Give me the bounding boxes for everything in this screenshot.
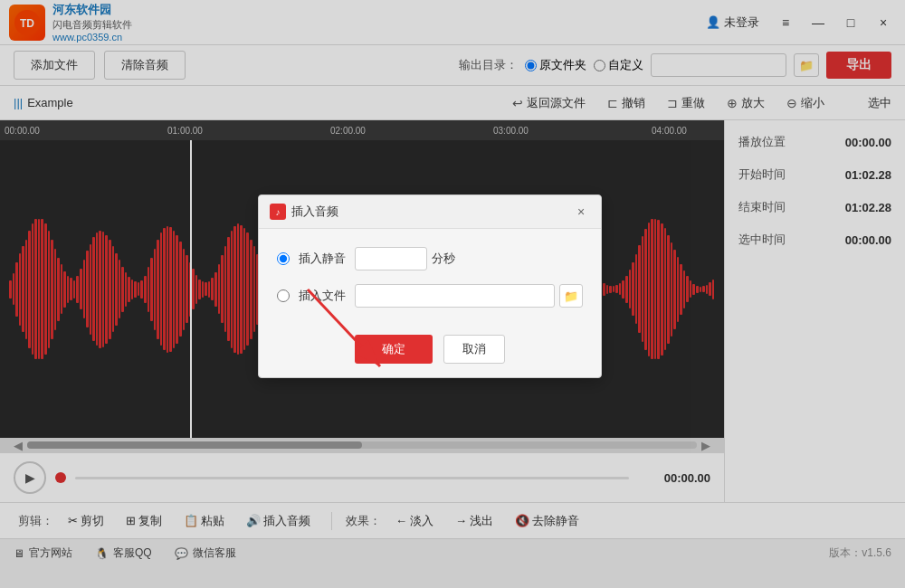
dialog-music-icon: ♪	[276, 207, 281, 217]
insert-file-row: 插入文件 📁	[277, 284, 583, 308]
dialog-body: 插入静音 分秒 插入文件 📁	[259, 229, 601, 335]
dialog-icon: ♪	[270, 204, 286, 220]
modal-overlay: ♪ 插入音频 × 插入静音 分秒 插入文件	[0, 0, 905, 588]
dialog-close-button[interactable]: ×	[572, 203, 590, 221]
file-input-group: 📁	[355, 284, 583, 308]
file-browse-button[interactable]: 📁	[559, 284, 583, 308]
file-path-input[interactable]	[355, 284, 555, 308]
insert-silence-radio[interactable]	[277, 252, 290, 265]
dialog-footer: 确定 取消	[259, 335, 601, 377]
insert-dialog: ♪ 插入音频 × 插入静音 分秒 插入文件	[258, 194, 602, 378]
silence-time-input[interactable]	[355, 247, 427, 270]
dialog-title-text: 插入音频	[291, 204, 567, 220]
insert-silence-label: 插入静音	[299, 251, 346, 267]
confirm-button[interactable]: 确定	[355, 335, 433, 364]
insert-silence-row: 插入静音 分秒	[277, 247, 583, 270]
silence-unit-label: 分秒	[432, 251, 455, 267]
insert-file-label: 插入文件	[299, 288, 346, 304]
silence-input-group: 分秒	[355, 247, 455, 270]
dialog-titlebar: ♪ 插入音频 ×	[259, 195, 601, 229]
cancel-button[interactable]: 取消	[443, 335, 505, 364]
insert-file-radio[interactable]	[277, 289, 290, 302]
folder-browse-icon: 📁	[564, 289, 578, 303]
